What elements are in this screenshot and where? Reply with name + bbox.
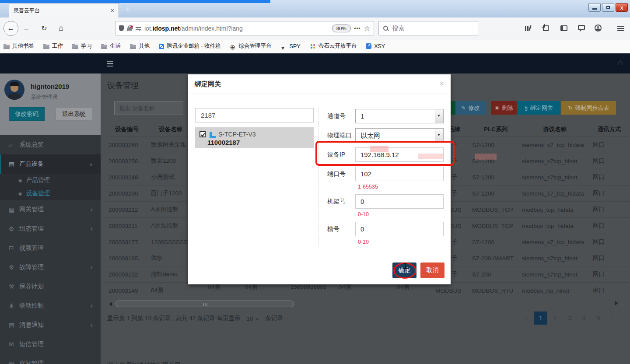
table-row[interactable]: 西门子 S7-1200 siemens_s7_tcp_hidata 网口 [427, 185, 630, 201]
table-row[interactable]: 200003230 西门子1200 [105, 185, 192, 201]
table-row[interactable]: 200003211 A水泵控制 [105, 217, 192, 234]
sidebar-menu-item[interactable]: 故障管理 [0, 258, 101, 277]
page-number-button[interactable]: 2 [549, 312, 562, 325]
device-search-input[interactable] [114, 102, 183, 115]
page-number-button[interactable]: 4 [578, 312, 591, 325]
sidebar-menu-item[interactable]: 消息通知 [0, 315, 101, 335]
table-row[interactable]: 西门子 S7-1200 siemens_s7_tcp_hidata 网口 [427, 136, 630, 153]
table-row[interactable]: 200003260 数据网关采集 [105, 136, 192, 153]
menu-icon[interactable] [617, 26, 624, 31]
library-icon[interactable] [525, 25, 532, 32]
insecure-lock-icon[interactable] [127, 25, 133, 31]
field-control[interactable]: 1 [355, 109, 444, 123]
forward-button[interactable]: → [23, 24, 30, 32]
modal-close-icon[interactable]: × [439, 79, 444, 88]
sidebar-menu-item[interactable]: 短信管理 [0, 335, 101, 354]
window-close-button[interactable]: x [616, 3, 628, 12]
page-number-button[interactable]: 3 [563, 312, 576, 325]
bookmark-item[interactable]: 生活 [101, 42, 121, 50]
change-password-button[interactable]: 修改密码 [9, 107, 45, 121]
tab-close-icon[interactable]: × [111, 7, 114, 14]
sidebar-menu-item[interactable]: 保养计划 [0, 277, 101, 296]
table-row[interactable]: MODBUS MODBUS_TCP modbus_tcp_hidata 网口 [427, 201, 630, 217]
screenshot-icon[interactable] [543, 25, 549, 31]
table-row[interactable]: 200003152 控制demo [105, 266, 192, 282]
messages-icon[interactable] [578, 25, 585, 30]
sidebar-menu-item[interactable]: 网关管理 [0, 200, 101, 219]
field-control[interactable]: 102 [355, 167, 444, 181]
sidebar-collapse-icon[interactable] [107, 61, 113, 66]
sidebar-menu-item[interactable]: 组态管理 [0, 219, 101, 238]
gateway-search-box[interactable] [195, 108, 314, 122]
toolbar-button[interactable]: 修改 [455, 101, 486, 115]
browser-search-bar[interactable] [378, 21, 478, 35]
bookmark-item[interactable]: 其他 [130, 42, 150, 50]
toolbar-button[interactable]: 绑定网关 [517, 101, 560, 115]
column-header[interactable]: 通讯方式 [588, 126, 630, 133]
reload-button[interactable]: ↻ [41, 24, 47, 32]
table-row[interactable]: 西门子 S7-200-SMART siemens_s7tcp_hinet 网口 [427, 250, 630, 266]
bookmark-item[interactable]: 工作 [43, 42, 63, 50]
table-row[interactable]: 200003177 1200SSSSSS [105, 234, 192, 250]
table-row[interactable]: 200003149 04测 [105, 282, 192, 298]
sidebar-toggle-icon[interactable] [560, 25, 567, 31]
shield-icon[interactable] [119, 25, 124, 31]
sidebar-menu-item[interactable]: 联动控制 [0, 296, 101, 315]
back-button[interactable]: ← [4, 21, 18, 36]
table-row[interactable]: 西门子 S7-1200 siemens_s7tcp_hinet 网口 [427, 153, 630, 169]
bookmark-item[interactable]: 萤石云开放平台 [310, 42, 357, 50]
account-icon[interactable] [595, 24, 602, 32]
column-header[interactable]: PLC系列 [470, 126, 521, 133]
window-restore-button[interactable] [602, 3, 614, 12]
table-row[interactable]: MODBUS MODBUS_RTU modbus_rtu_hinet 串口 [427, 282, 630, 298]
table-row[interactable]: 200003256 数采1200 [105, 153, 192, 169]
url-bar[interactable]: iot.idosp.net/admin/index.html?lang 80% … [115, 21, 374, 35]
page-actions-icon[interactable]: ⋯ [354, 24, 361, 32]
prev-page-button[interactable]: ‹ [520, 312, 533, 325]
bookmark-item[interactable]: XSY [366, 43, 385, 49]
browser-tab[interactable]: 思普云平台 × [9, 3, 119, 18]
logout-button[interactable]: 退出系统 [56, 107, 92, 121]
window-minimize-button[interactable] [588, 3, 601, 12]
column-header[interactable]: 设备名称 [149, 126, 192, 133]
sidebar-menu-item[interactable]: 系统总览 [0, 135, 101, 154]
bookmark-item[interactable]: SPY [281, 43, 301, 49]
bookmark-item[interactable]: 学习 [72, 42, 92, 50]
field-control[interactable]: 0 [355, 194, 444, 209]
browser-search-input[interactable] [392, 25, 473, 32]
app-home-icon[interactable]: ⌂ [618, 58, 623, 67]
gateway-list-item[interactable]: S-TCP-ET-V3 110002187 [195, 127, 314, 148]
field-control[interactable]: 0 [355, 222, 444, 236]
next-page-button[interactable]: › [606, 312, 620, 325]
page-size-select[interactable]: 10 ▲ [247, 315, 259, 322]
table-row[interactable]: 西门子 S7-1200 siemens_s7tcp_hinet 网口 [427, 169, 630, 185]
bookmark-item[interactable]: 腾讯企业邮箱 - 收件箱 [159, 42, 221, 50]
bookmark-item[interactable]: 综合管理平台 [230, 42, 272, 50]
sidebar-menu-item[interactable]: 产品管理 [0, 174, 101, 187]
table-row[interactable]: 200003165 供水 [105, 250, 192, 266]
horizontal-scrollbar[interactable] [116, 301, 294, 307]
column-header[interactable]: 协议名称 [521, 126, 588, 133]
browser-home-button[interactable]: ⌂ [59, 24, 63, 33]
page-number-button[interactable]: 5 [592, 312, 605, 325]
new-tab-button[interactable]: + [126, 5, 130, 14]
table-row[interactable]: 西门子 S7-1200 siemens_s7_tcp_hidata 网口 [427, 234, 630, 250]
bookmark-star-icon[interactable]: ☆ [364, 24, 370, 32]
zoom-level-badge[interactable]: 80% [332, 24, 351, 32]
table-row[interactable]: MODBUS MODBUS_TCP modbus_tcp_hidata 网口 [427, 217, 630, 234]
sidebar-menu-item[interactable]: 设备管理 [0, 187, 101, 200]
column-header[interactable]: 设备编号 [105, 126, 149, 133]
dropdown-button[interactable] [435, 109, 443, 123]
permissions-icon[interactable] [136, 26, 141, 31]
checkbox-checked-icon[interactable] [200, 131, 206, 137]
sidebar-menu-item[interactable]: 视频管理 [0, 238, 101, 258]
table-row[interactable]: 西门子 S7-200 siemens_s7tcp_hinet 网口 [427, 266, 630, 282]
cancel-button[interactable]: 取消 [420, 262, 444, 278]
scroll-right-arrow[interactable] [615, 301, 618, 305]
table-row[interactable]: 200003248 小唐测试 [105, 169, 192, 185]
sidebar-menu-item[interactable]: 空间管理 [0, 354, 101, 364]
toolbar-button[interactable]: 删除 [491, 101, 517, 115]
scroll-left-arrow[interactable] [109, 302, 112, 306]
table-row[interactable]: 200003212 A水闸控制 [105, 201, 192, 217]
sidebar-menu-item[interactable]: 产品设备 [0, 154, 101, 174]
